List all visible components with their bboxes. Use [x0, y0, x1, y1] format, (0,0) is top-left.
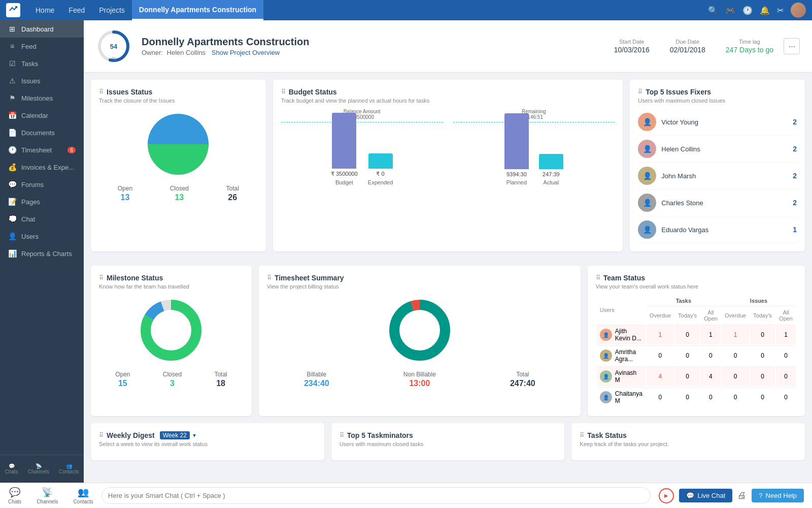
task-status-title: Task Status: [580, 431, 797, 439]
sidebar: ⊞ Dashboard ≡ Feed ☑ Tasks ⚠ Issues ⚑ Mi…: [0, 20, 84, 483]
main-content: 54 % Donnelly Apartments Construction Ow…: [84, 20, 812, 483]
live-chat-button[interactable]: 💬 Live Chat: [679, 489, 732, 502]
issues-status-card: Issues Status Track the closure of the I…: [91, 80, 266, 251]
smart-chat-input[interactable]: [101, 487, 651, 504]
top5-fixers-card: Top 5 Issues Fixers Users with maximum c…: [630, 80, 805, 251]
tools-icon[interactable]: ✂: [777, 6, 784, 15]
fixer-item-3: 👤 Charles Stone 2: [638, 189, 797, 216]
sidebar-item-feed[interactable]: ≡ Feed: [0, 38, 84, 55]
issues-status-title: Issues Status: [99, 88, 258, 96]
nav-projects[interactable]: Projects: [92, 0, 132, 20]
tasks-overdue-header: Overdue: [647, 307, 674, 324]
progress-percentage: 54: [110, 43, 117, 50]
fixer-avatar-0: 👤: [638, 113, 656, 131]
weekly-digest-header: Weekly Digest Week 22 ▾: [99, 431, 316, 439]
budget-status-title: Budget Status: [281, 88, 615, 96]
bottom-icons: 💬 Chats 📡 Channels 👥 Contacts: [8, 487, 93, 504]
project-title: Donnelly Apartments Construction: [142, 36, 604, 48]
users-col-header: Users: [597, 296, 646, 324]
sidebar-bottom-chats[interactable]: 💬 Chats: [5, 460, 18, 478]
issues-overdue-header: Overdue: [722, 307, 749, 324]
task-status-card: Task Status Keep track of the tasks your…: [571, 423, 805, 460]
progress-circle: 54 %: [96, 28, 131, 64]
week-badge: Week 22: [160, 431, 190, 439]
budget-bar: [332, 113, 356, 169]
issues-labels: Open 13 Closed 13 Total 26: [99, 185, 258, 202]
sidebar-item-milestones[interactable]: ⚑ Milestones: [0, 89, 84, 107]
fixer-avatar-2: 👤: [638, 167, 656, 185]
sidebar-item-reports[interactable]: 📊 Reports & Charts: [0, 245, 84, 262]
clock-icon[interactable]: 🕐: [742, 6, 753, 15]
sidebar-item-dashboard[interactable]: ⊞ Dashboard: [0, 20, 84, 38]
top-navigation: Home Feed Projects Donnelly Apartments C…: [0, 0, 812, 20]
fixer-name-2: John Marsh: [661, 172, 788, 180]
team-status-table: Users Tasks Issues Overdue Today's All O…: [596, 295, 797, 408]
nav-home[interactable]: Home: [28, 0, 61, 20]
fixer-avatar-1: 👤: [638, 140, 656, 158]
print-icon[interactable]: 🖨: [737, 490, 747, 501]
weekly-digest-subtitle: Select a week to view its overall work s…: [99, 441, 316, 447]
bottom-bar: 💬 Chats 📡 Channels 👥 Contacts ▶ 💬 Live C…: [0, 483, 812, 508]
sidebar-item-chat[interactable]: 💭 Chat: [0, 210, 84, 228]
more-options-button[interactable]: ⋯: [784, 38, 800, 54]
start-date-item: Start Date 10/03/2016: [614, 39, 650, 54]
play-button[interactable]: ▶: [659, 488, 674, 503]
milestone-status-card: Milestone Status Know how far the team h…: [91, 266, 252, 416]
fixer-count-2: 2: [793, 172, 797, 180]
time-lag-item: Time lag 247 Days to go: [726, 39, 773, 54]
budget-status-subtitle: Track budget and view the planned vs act…: [281, 98, 615, 104]
game-icon[interactable]: 🎮: [725, 6, 735, 15]
issues-open-header: All Open: [776, 307, 796, 324]
user-avatar-top[interactable]: [791, 3, 806, 18]
fixer-item-4: 👤 Eduardo Vargas 1: [638, 216, 797, 243]
tasks-today-header: Today's: [675, 307, 700, 324]
sidebar-bottom-contacts[interactable]: 👥 Contacts: [59, 460, 79, 478]
top5-taskminators-card: Top 5 Taskminators Users with maximum cl…: [331, 423, 565, 460]
top5-taskminators-title: Top 5 Taskminators: [340, 431, 557, 439]
actual-bar: [539, 154, 563, 169]
nav-feed[interactable]: Feed: [61, 0, 92, 20]
nav-current-project[interactable]: Donnelly Apartments Construction: [132, 0, 263, 20]
project-header: 54 % Donnelly Apartments Construction Ow…: [84, 20, 812, 73]
team-status-subtitle: View your team's overall work status her…: [596, 283, 797, 290]
need-help-button[interactable]: ? Need Help: [752, 489, 804, 502]
forums-icon: 💬: [8, 180, 16, 188]
issues-col-group: Issues: [722, 296, 796, 306]
sidebar-item-pages[interactable]: 📝 Pages: [0, 193, 84, 210]
sidebar-item-tasks[interactable]: ☑ Tasks: [0, 55, 84, 72]
milestone-donut: [99, 295, 244, 366]
timesheet-summary-card: Timesheet Summary View the project billi…: [259, 266, 581, 416]
bottom-chats[interactable]: 💬 Chats: [8, 487, 21, 504]
chat-icon: 💭: [8, 215, 16, 223]
sidebar-item-invoices[interactable]: 💰 Invoices & Expe...: [0, 158, 84, 176]
project-meta: Start Date 10/03/2016 Due Date 02/01/201…: [614, 39, 773, 54]
fixer-name-3: Charles Stone: [661, 199, 788, 207]
sidebar-item-users[interactable]: 👤 Users: [0, 228, 84, 245]
team-row-0: 👤Ajith Kevin D...101101: [597, 325, 796, 344]
issues-closed: Closed 13: [170, 185, 189, 202]
timesheet-non-billable: Non Billable 13:00: [403, 371, 436, 388]
bottom-channels[interactable]: 📡 Channels: [37, 487, 58, 504]
team-user-2: 👤Avinash M: [597, 366, 646, 386]
sidebar-item-documents[interactable]: 📄 Documents: [0, 124, 84, 141]
fixer-count-0: 2: [793, 118, 797, 126]
sidebar-item-timesheet[interactable]: 🕐 Timesheet 6: [0, 141, 84, 158]
tasks-icon: ☑: [8, 59, 16, 68]
search-icon[interactable]: 🔍: [708, 6, 718, 15]
app-logo[interactable]: [6, 3, 20, 17]
bottom-contacts[interactable]: 👥 Contacts: [73, 487, 93, 504]
issues-open: Open 13: [118, 185, 132, 202]
bell-icon[interactable]: 🔔: [760, 6, 770, 15]
week-dropdown[interactable]: ▾: [193, 432, 196, 439]
sidebar-item-issues[interactable]: ⚠ Issues: [0, 72, 84, 89]
sidebar-bottom-channels[interactable]: 📡 Channels: [28, 460, 49, 478]
expended-bar: [368, 153, 393, 169]
smart-chat-container[interactable]: [101, 487, 651, 504]
sidebar-item-calendar[interactable]: 📅 Calendar: [0, 107, 84, 124]
issues-today-header: Today's: [750, 307, 775, 324]
show-project-overview-link[interactable]: Show Project Overview: [212, 49, 280, 56]
sidebar-item-forums[interactable]: 💬 Forums: [0, 176, 84, 193]
milestone-total: Total 18: [214, 371, 227, 388]
fixer-name-1: Helen Collins: [661, 145, 788, 153]
invoices-icon: 💰: [8, 163, 16, 171]
